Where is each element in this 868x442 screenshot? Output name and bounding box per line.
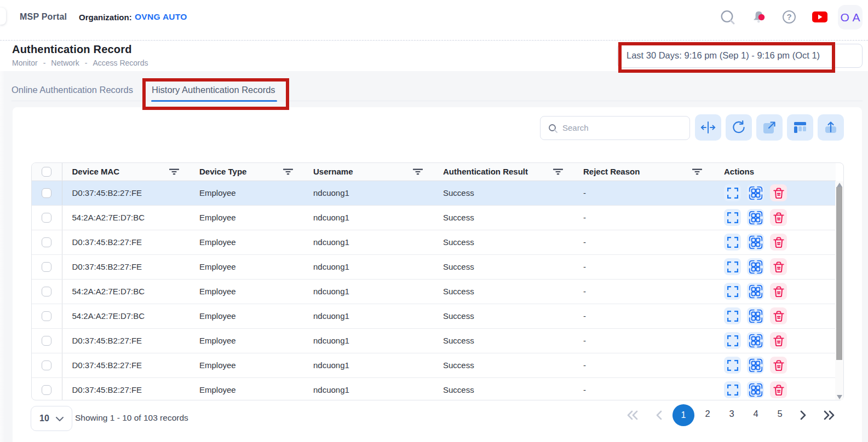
svg-text:?: ?	[786, 12, 791, 21]
